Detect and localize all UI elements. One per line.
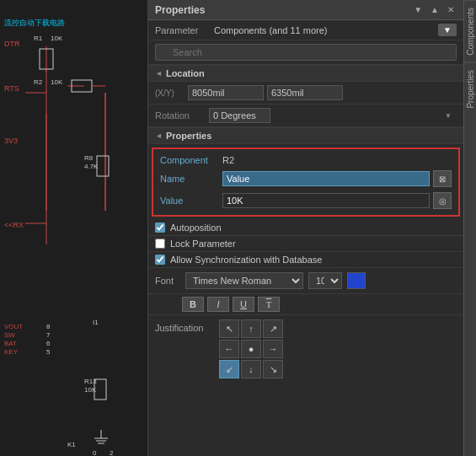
side-tab-properties[interactable]: Properties (464, 62, 477, 115)
allowsync-checkbox[interactable] (155, 255, 165, 265)
svg-text:10K: 10K (51, 78, 63, 86)
properties-highlighted-section: Component R2 Name ⊠ Value ◎ (152, 148, 460, 217)
svg-text:VOUT: VOUT (4, 323, 23, 330)
panel-pin-btn[interactable]: ▼ (411, 4, 425, 15)
schematic-area: 流控自动下载电路 DTR R1 10K RTS R2 10K 3V3 (0, 0, 147, 456)
section-collapse-icon[interactable]: ◄ (155, 69, 163, 78)
italic-button[interactable]: I (207, 297, 229, 312)
search-row: 🔍 (148, 40, 463, 65)
just-middle-center[interactable]: ● (241, 340, 261, 358)
lockparam-row: Lock Parameter (148, 236, 463, 252)
name-label: Name (160, 174, 219, 184)
svg-text:5: 5 (46, 348, 51, 356)
rotation-label: Rotation (155, 110, 206, 121)
svg-text:10K: 10K (51, 35, 63, 42)
parameter-row: Parameter Components (and 11 more) ▼ (148, 20, 463, 40)
autoposition-row: Autoposition (148, 220, 463, 236)
y-input[interactable] (267, 85, 343, 100)
svg-text:DTR: DTR (4, 40, 20, 48)
justification-row: Justification ↖ ↑ ↗ ← ● → ↙ ↓ ↘ (148, 315, 463, 383)
svg-text:流控自动下载电路: 流控自动下载电路 (4, 19, 65, 27)
side-tab-panel: Components Properties (463, 0, 476, 456)
name-row: Name ⊠ (157, 168, 455, 190)
svg-text:RTS: RTS (4, 84, 19, 93)
svg-text:R13: R13 (84, 378, 97, 385)
svg-text:R1: R1 (34, 35, 43, 42)
panel-header: Properties ▼ ▲ ✕ (148, 0, 463, 20)
location-title: Location (166, 68, 205, 78)
autoposition-checkbox[interactable] (155, 223, 165, 233)
value-input[interactable] (222, 193, 430, 208)
just-middle-right[interactable]: → (263, 340, 283, 358)
svg-text:7: 7 (46, 331, 51, 339)
panel-detach-btn[interactable]: ▲ (428, 4, 441, 15)
props-section-collapse-icon[interactable]: ◄ (155, 131, 163, 140)
rotation-dropdown-wrapper: 0 Degrees 90 Degrees 180 Degrees 270 Deg… (209, 108, 457, 123)
component-label: Component (160, 155, 219, 165)
value-visibility-btn[interactable]: ◎ (433, 192, 452, 209)
component-value: R2 (222, 155, 234, 165)
svg-text:R2: R2 (34, 78, 43, 86)
allowsync-row: Allow Synchronization with Database (148, 252, 463, 268)
just-middle-left[interactable]: ← (219, 340, 239, 358)
svg-text:0: 0 (93, 449, 97, 456)
bold-button[interactable]: B (182, 297, 204, 312)
font-label: Font (155, 276, 180, 286)
font-style-row: B I U T (148, 294, 463, 315)
just-bottom-left[interactable]: ↙ (219, 360, 239, 378)
justification-grid: ↖ ↑ ↗ ← ● → ↙ ↓ ↘ (219, 319, 283, 378)
lockparam-checkbox[interactable] (155, 239, 165, 249)
just-bottom-right[interactable]: ↘ (263, 360, 283, 378)
svg-text:2: 2 (110, 449, 114, 456)
panel-close-btn[interactable]: ✕ (445, 4, 457, 15)
properties-title: Properties (166, 131, 211, 141)
properties-panel: Properties ▼ ▲ ✕ Parameter Components (a… (147, 0, 463, 456)
strikethrough-button[interactable]: T (258, 297, 280, 312)
x-input[interactable] (188, 85, 264, 100)
value-label: Value (160, 196, 219, 206)
svg-text:BAT: BAT (4, 340, 17, 347)
location-xy-row: (X/Y) (148, 82, 463, 105)
panel-content: Parameter Components (and 11 more) ▼ 🔍 ◄… (148, 20, 463, 456)
just-top-right[interactable]: ↗ (263, 319, 283, 338)
svg-text:8: 8 (46, 323, 51, 330)
rotation-dropdown-arrow: ▼ (445, 112, 452, 120)
value-row: Value ◎ (157, 190, 455, 212)
name-action-btn[interactable]: ⊠ (433, 170, 452, 187)
panel-title: Properties (155, 4, 205, 16)
svg-text:10K: 10K (84, 386, 97, 394)
schematic-svg: 流控自动下载电路 DTR R1 10K RTS R2 10K 3V3 (0, 0, 147, 456)
svg-text:R8: R8 (84, 154, 94, 162)
font-size-select[interactable]: 10 (308, 272, 342, 289)
component-row: Component R2 (157, 153, 455, 168)
svg-text:SW: SW (4, 331, 15, 339)
properties-section-header: ◄ Properties (148, 127, 463, 144)
location-section-header: ◄ Location (148, 65, 463, 82)
name-input[interactable] (222, 171, 430, 186)
allowsync-label: Allow Synchronization with Database (170, 255, 322, 265)
xy-label: (X/Y) (155, 89, 185, 98)
autoposition-label: Autoposition (170, 223, 222, 233)
search-wrapper: 🔍 (155, 44, 457, 61)
filter-button[interactable]: ▼ (438, 24, 457, 36)
justification-label: Justification (155, 319, 214, 333)
font-name-select[interactable]: Times New Roman (185, 272, 303, 289)
side-tab-components[interactable]: Components (464, 0, 477, 62)
just-top-left[interactable]: ↖ (219, 319, 239, 338)
svg-text:6: 6 (46, 340, 51, 347)
search-input[interactable] (155, 44, 457, 61)
svg-text:K1: K1 (67, 441, 76, 448)
font-color-btn[interactable] (347, 272, 366, 289)
svg-text:KEY: KEY (4, 348, 19, 356)
parameter-value: Components (and 11 more) (214, 25, 438, 35)
lockparam-label: Lock Parameter (170, 239, 236, 249)
just-bottom-center[interactable]: ↓ (241, 360, 261, 378)
rotation-select[interactable]: 0 Degrees 90 Degrees 180 Degrees 270 Deg… (209, 108, 270, 123)
just-top-center[interactable]: ↑ (241, 319, 261, 338)
rotation-row: Rotation 0 Degrees 90 Degrees 180 Degree… (148, 105, 463, 127)
svg-text:I1: I1 (93, 319, 99, 326)
underline-button[interactable]: U (233, 297, 254, 312)
parameter-label: Parameter (155, 25, 214, 35)
panel-controls: ▼ ▲ ✕ (411, 4, 457, 15)
svg-text:<<RX: <<RX (4, 221, 24, 229)
